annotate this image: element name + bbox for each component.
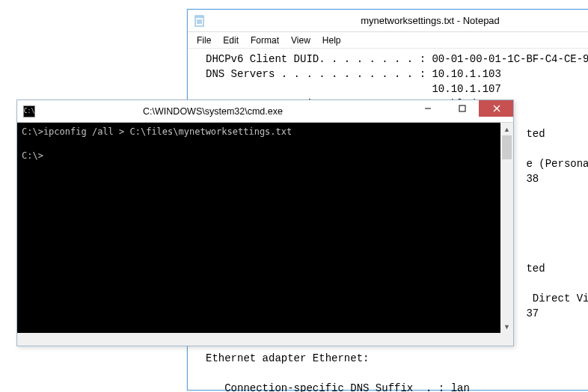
menu-file[interactable]: File bbox=[191, 34, 217, 47]
menu-format[interactable]: Format bbox=[245, 34, 285, 47]
vertical-scrollbar[interactable]: ▲ ▼ bbox=[500, 123, 513, 333]
svg-rect-6 bbox=[459, 105, 465, 111]
minimize-button[interactable] bbox=[410, 100, 444, 117]
window-controls bbox=[410, 100, 513, 117]
menu-view[interactable]: View bbox=[285, 34, 316, 47]
cmd-title: C:\WINDOWS\system32\cmd.exe bbox=[17, 106, 408, 117]
scroll-up-icon[interactable]: ▲ bbox=[500, 123, 513, 135]
cmd-line-1: C:\>ipconfig /all > C:\files\mynetworkse… bbox=[22, 126, 292, 137]
notepad-title: mynetworksettings.txt - Notepad bbox=[188, 15, 588, 26]
horizontal-scrollbar[interactable] bbox=[17, 333, 500, 346]
scroll-down-icon[interactable]: ▼ bbox=[500, 320, 513, 333]
scroll-corner bbox=[500, 333, 513, 346]
cmd-body: C:\>ipconfig /all > C:\files\mynetworkse… bbox=[17, 123, 513, 346]
menu-edit[interactable]: Edit bbox=[217, 34, 245, 47]
maximize-button[interactable] bbox=[444, 100, 479, 117]
notepad-titlebar[interactable]: mynetworksettings.txt - Notepad bbox=[188, 10, 588, 32]
cmd-window: C:\ C:\WINDOWS\system32\cmd.exe C:\>ipco… bbox=[16, 99, 514, 346]
menu-help[interactable]: Help bbox=[316, 34, 347, 47]
notepad-menubar: File Edit Format View Help bbox=[188, 32, 588, 49]
cmd-titlebar[interactable]: C:\ C:\WINDOWS\system32\cmd.exe bbox=[17, 100, 513, 123]
cmd-line-3: C:\> bbox=[22, 150, 43, 161]
scroll-thumb[interactable] bbox=[502, 135, 512, 159]
close-button[interactable] bbox=[479, 100, 513, 117]
cmd-terminal[interactable]: C:\>ipconfig /all > C:\files\mynetworkse… bbox=[17, 123, 500, 333]
